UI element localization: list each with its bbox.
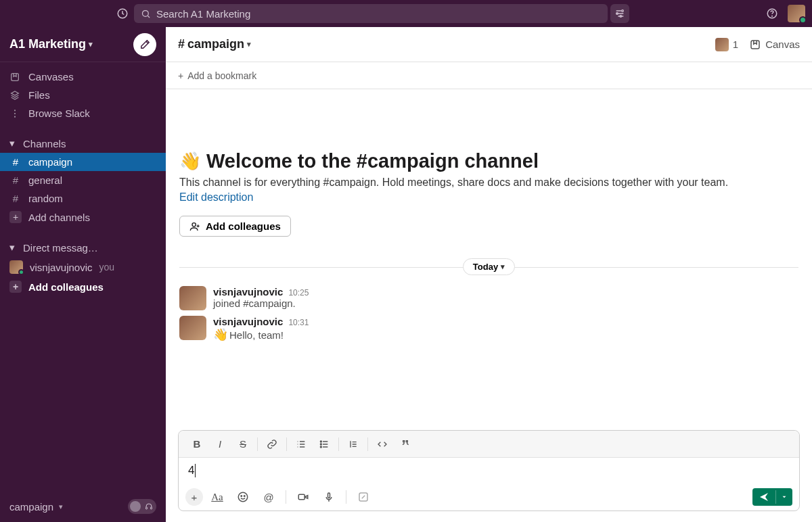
svg-point-14 [192, 222, 196, 226]
avatar[interactable] [179, 286, 206, 310]
message-timestamp[interactable]: 10:25 [288, 288, 309, 298]
italic-button[interactable]: I [208, 433, 231, 455]
svg-point-18 [238, 492, 248, 502]
wave-emoji: 👋 [179, 151, 201, 172]
welcome-title: 👋 Welcome to the #campaign channel [179, 150, 798, 172]
history-icon[interactable] [116, 7, 129, 20]
footer-channel-name[interactable]: campaign [9, 501, 53, 513]
ordered-list-button[interactable] [290, 433, 313, 455]
help-icon[interactable] [766, 7, 778, 20]
channel-name: campaign [28, 156, 72, 168]
dm-section-header[interactable]: ▾ Direct messag… [0, 235, 166, 257]
format-button[interactable]: Aa [206, 486, 229, 508]
chevron-down-icon: ▾ [501, 262, 505, 271]
message-username[interactable]: visnjavujnovic [213, 316, 283, 327]
plus-icon: + [9, 281, 22, 293]
sidebar-item-label: Files [28, 89, 50, 101]
sidebar-item-canvases[interactable]: Canvases [0, 68, 166, 86]
channel-name: campaign [187, 37, 244, 51]
sidebar-item-label: Browse Slack [28, 108, 90, 119]
send-button[interactable] [752, 488, 775, 506]
message-timestamp[interactable]: 10:31 [288, 318, 309, 327]
message-input[interactable]: 4 [179, 458, 799, 483]
sidebar-item-browse[interactable]: Browse Slack [0, 104, 166, 122]
headphones-icon [145, 502, 153, 511]
member-count-value: 1 [733, 39, 738, 50]
compose-button[interactable] [133, 33, 156, 56]
edit-description-link[interactable]: Edit description [179, 191, 798, 204]
blockquote-button[interactable] [342, 433, 365, 455]
avatar [715, 38, 729, 51]
channel-name: random [28, 193, 63, 204]
shortcut-button[interactable] [352, 486, 375, 508]
add-channels-button[interactable]: + Add channels [0, 208, 166, 227]
svg-rect-13 [751, 41, 759, 49]
svg-point-19 [241, 496, 242, 497]
svg-point-10 [14, 116, 16, 117]
bold-button[interactable]: B [185, 433, 208, 455]
date-label: Today [473, 262, 498, 272]
user-avatar[interactable] [788, 5, 805, 22]
canvas-button[interactable]: Canvas [749, 39, 800, 51]
chevron-down-icon: ▾ [247, 40, 251, 49]
message-username[interactable]: visnjavujnovic [213, 286, 283, 298]
more-icon [9, 108, 22, 119]
files-icon [9, 90, 22, 101]
svg-rect-11 [146, 507, 148, 509]
attach-button[interactable]: + [185, 488, 203, 506]
huddle-toggle[interactable] [128, 499, 156, 514]
input-value: 4 [188, 464, 194, 477]
sidebar-channel-general[interactable]: # general [0, 171, 166, 189]
svg-point-2 [622, 10, 624, 12]
date-divider[interactable]: Today ▾ [463, 258, 515, 275]
person-add-icon [189, 221, 200, 232]
canvas-label: Canvas [765, 39, 800, 50]
add-colleagues-label: Add colleagues [206, 220, 281, 232]
channels-section-header[interactable]: ▾ Channels [0, 130, 166, 153]
code-button[interactable] [371, 433, 394, 455]
add-colleagues-button[interactable]: + Add colleagues [0, 277, 166, 296]
add-channels-label: Add channels [28, 212, 90, 223]
audio-button[interactable] [317, 486, 340, 508]
search-input[interactable]: Search A1 Marketing [134, 4, 608, 23]
svg-point-20 [244, 496, 246, 497]
caret-down-icon: ▾ [9, 137, 16, 149]
add-colleagues-label: Add colleagues [28, 281, 104, 293]
chevron-down-icon: ▾ [89, 40, 93, 49]
emoji-button[interactable] [231, 486, 254, 508]
bulleted-list-button[interactable] [313, 433, 336, 455]
avatar[interactable] [179, 316, 206, 340]
sidebar-item-files[interactable]: Files [0, 86, 166, 104]
avatar [9, 260, 23, 274]
video-button[interactable] [292, 486, 315, 508]
sidebar-channel-campaign[interactable]: # campaign [0, 153, 166, 171]
workspace-name: A1 Marketing [9, 37, 86, 51]
channel-name: general [28, 174, 62, 186]
mention-button[interactable]: @ [257, 486, 280, 508]
strike-button[interactable]: S [231, 433, 254, 455]
filter-button[interactable] [610, 4, 629, 23]
svg-rect-22 [328, 493, 330, 498]
search-placeholder: Search A1 Marketing [156, 8, 250, 20]
hash-icon: # [9, 174, 22, 186]
you-tag: you [99, 262, 115, 272]
workspace-switcher[interactable]: A1 Marketing ▾ [9, 37, 128, 51]
dm-name: visnjavujnovic [30, 262, 93, 273]
sidebar-channel-random[interactable]: # random [0, 189, 166, 208]
member-count[interactable]: 1 [715, 38, 738, 51]
dm-item-self[interactable]: visnjavujnovic you [0, 257, 166, 277]
codeblock-button[interactable] [394, 433, 417, 455]
canvas-icon [9, 72, 22, 82]
plus-icon: + [9, 211, 22, 223]
message-row: visnjavujnovic 10:25 joined #campaign. [166, 283, 812, 313]
link-button[interactable] [261, 433, 284, 455]
channel-title[interactable]: # campaign ▾ [178, 37, 251, 51]
add-colleagues-button[interactable]: Add colleagues [179, 216, 291, 237]
svg-point-9 [14, 112, 16, 114]
add-bookmark-button[interactable]: + Add a bookmark [166, 62, 812, 89]
message-body: joined #campaign. [213, 298, 309, 309]
svg-rect-7 [12, 73, 19, 80]
svg-rect-12 [151, 507, 152, 509]
sidebar: A1 Marketing ▾ Canvases Files [0, 27, 166, 522]
send-options-button[interactable] [775, 490, 792, 504]
